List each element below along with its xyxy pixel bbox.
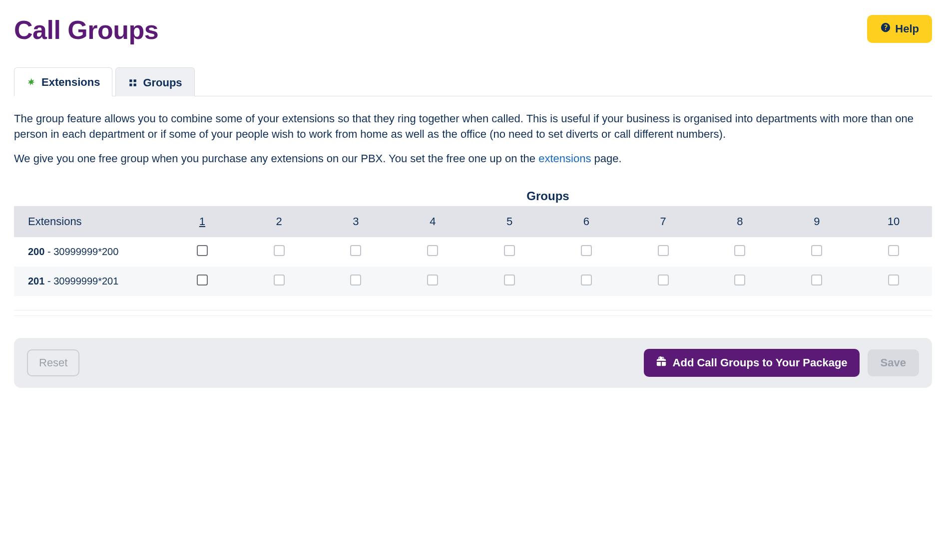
groups-heading: Groups xyxy=(14,189,932,203)
group-cell xyxy=(394,237,471,267)
description-p2: We give you one free group when you purc… xyxy=(14,151,932,167)
extension-cell: 200 - 30999999*200 xyxy=(14,237,164,267)
grid-icon xyxy=(128,78,138,88)
svg-rect-2 xyxy=(130,83,132,86)
description-p1: The group feature allows you to combine … xyxy=(14,111,932,142)
column-header-group-10[interactable]: 10 xyxy=(855,206,932,237)
group-cell xyxy=(471,237,548,267)
help-button-label: Help xyxy=(895,22,919,35)
tab-extensions-label: Extensions xyxy=(41,76,100,89)
group-checkbox[interactable] xyxy=(811,275,822,285)
group-checkbox[interactable] xyxy=(734,245,745,256)
column-header-group-1[interactable]: 1 xyxy=(164,206,241,237)
group-checkbox[interactable] xyxy=(581,275,592,285)
save-button[interactable]: Save xyxy=(868,349,919,376)
group-checkbox[interactable] xyxy=(658,245,669,256)
group-cell xyxy=(548,267,625,296)
group-checkbox[interactable] xyxy=(888,245,899,256)
group-checkbox[interactable] xyxy=(427,245,438,256)
tab-extensions[interactable]: Extensions xyxy=(14,67,112,96)
group-cell xyxy=(625,237,702,267)
description: The group feature allows you to combine … xyxy=(14,111,932,166)
group-cell xyxy=(625,267,702,296)
extension-cell: 201 - 30999999*201 xyxy=(14,267,164,296)
tab-groups-label: Groups xyxy=(143,76,182,89)
gift-icon xyxy=(656,356,667,370)
group-checkbox[interactable] xyxy=(504,275,515,285)
column-header-group-3[interactable]: 3 xyxy=(318,206,395,237)
group-cell xyxy=(164,237,241,267)
group-checkbox[interactable] xyxy=(581,245,592,256)
group-checkbox[interactable] xyxy=(427,275,438,285)
table-row: 201 - 30999999*201 xyxy=(14,267,932,296)
group-cell xyxy=(241,237,318,267)
group-cell xyxy=(855,237,932,267)
add-call-groups-button[interactable]: Add Call Groups to Your Package xyxy=(644,349,860,377)
group-cell xyxy=(778,237,855,267)
column-header-group-2[interactable]: 2 xyxy=(241,206,318,237)
group-cell xyxy=(855,267,932,296)
group-checkbox[interactable] xyxy=(274,275,285,285)
column-header-group-6[interactable]: 6 xyxy=(548,206,625,237)
reset-button[interactable]: Reset xyxy=(27,349,79,376)
group-cell xyxy=(394,267,471,296)
page-title: Call Groups xyxy=(14,15,158,45)
column-header-group-8[interactable]: 8 xyxy=(702,206,779,237)
group-cell xyxy=(318,267,395,296)
group-checkbox[interactable] xyxy=(734,275,745,285)
svg-rect-1 xyxy=(134,79,136,82)
table-row: 200 - 30999999*200 xyxy=(14,237,932,267)
column-header-group-7[interactable]: 7 xyxy=(625,206,702,237)
add-call-groups-label: Add Call Groups to Your Package xyxy=(673,356,848,369)
svg-rect-0 xyxy=(130,79,132,82)
group-checkbox[interactable] xyxy=(811,245,822,256)
question-circle-icon xyxy=(880,22,891,36)
column-header-group-9[interactable]: 9 xyxy=(778,206,855,237)
group-cell xyxy=(702,237,779,267)
tabs: Extensions Groups xyxy=(14,67,932,96)
divider xyxy=(14,310,932,316)
column-header-group-4[interactable]: 4 xyxy=(394,206,471,237)
column-header-extensions: Extensions xyxy=(14,206,164,237)
svg-rect-3 xyxy=(134,83,136,86)
asterisk-icon xyxy=(26,77,36,87)
group-checkbox[interactable] xyxy=(504,245,515,256)
group-checkbox[interactable] xyxy=(658,275,669,285)
group-checkbox[interactable] xyxy=(888,275,899,285)
extensions-link[interactable]: extensions xyxy=(538,152,591,165)
help-button[interactable]: Help xyxy=(867,15,932,43)
tab-groups[interactable]: Groups xyxy=(115,67,194,96)
group-checkbox[interactable] xyxy=(350,275,361,285)
group-cell xyxy=(318,237,395,267)
group-checkbox[interactable] xyxy=(197,275,208,285)
column-header-group-5[interactable]: 5 xyxy=(471,206,548,237)
group-checkbox[interactable] xyxy=(274,245,285,256)
group-cell xyxy=(241,267,318,296)
group-cell xyxy=(164,267,241,296)
extensions-groups-table: Extensions12345678910 200 - 30999999*200… xyxy=(14,206,932,296)
group-cell xyxy=(471,267,548,296)
footer-bar: Reset Add Call Groups to Your Package Sa… xyxy=(14,338,932,388)
group-cell xyxy=(778,267,855,296)
group-cell xyxy=(702,267,779,296)
group-checkbox[interactable] xyxy=(350,245,361,256)
group-checkbox[interactable] xyxy=(197,245,208,256)
group-cell xyxy=(548,237,625,267)
